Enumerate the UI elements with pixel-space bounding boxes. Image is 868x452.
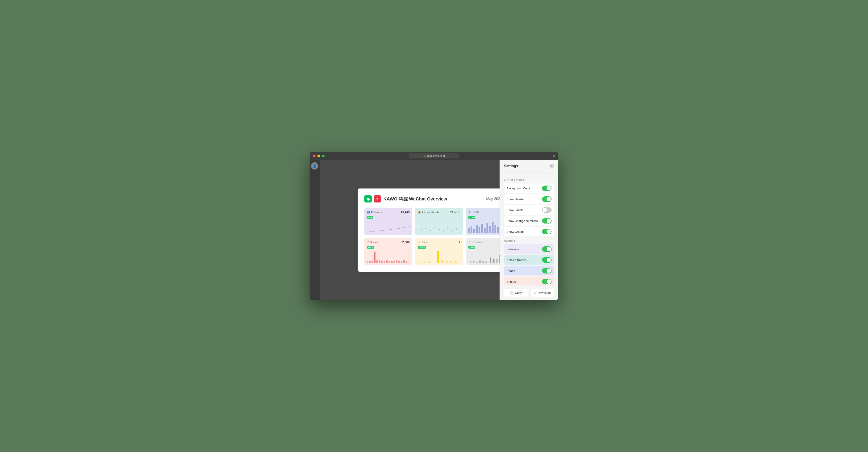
metric-card-followers: 👥 Followers 23,745 +1%	[364, 208, 412, 235]
svg-rect-42	[419, 262, 421, 263]
svg-rect-54	[482, 261, 484, 263]
followers-icon: 👥	[367, 211, 370, 214]
download-label: Download	[537, 291, 551, 294]
settings-row-show-change-numbers: Show Change Numbers	[504, 216, 554, 226]
close-button[interactable]	[313, 155, 315, 157]
articles-metric-toggle[interactable]	[542, 257, 552, 263]
svg-rect-47	[445, 261, 448, 263]
svg-rect-58	[496, 259, 498, 263]
graph-header: K KAWO 科握 WeChat Overview May 2021 (Dail…	[364, 195, 514, 202]
svg-point-6	[447, 227, 448, 229]
svg-rect-12	[476, 225, 477, 233]
svg-rect-28	[374, 252, 375, 263]
reads-label: 👁 Reads	[468, 211, 479, 213]
shares-label: ↗ Shares	[367, 240, 378, 244]
lock-icon: 🔒	[423, 155, 426, 157]
show-graphs-label: Show Graphs	[506, 230, 524, 233]
settings-row-reads: Reads	[504, 266, 554, 276]
copy-label: Copy	[515, 291, 522, 294]
minimize-button[interactable]	[317, 155, 320, 157]
show-graphs-toggle[interactable]	[542, 229, 552, 234]
svg-rect-41	[405, 261, 407, 263]
show-header-label: Show Header	[506, 197, 524, 201]
svg-rect-15	[484, 228, 486, 233]
show-labels-toggle[interactable]	[542, 207, 552, 213]
svg-rect-57	[493, 259, 495, 263]
show-change-numbers-label: Show Change Numbers	[506, 219, 538, 223]
metrics-label: METRICS	[504, 239, 554, 242]
titlebar: 🔒 app.kawo.com ↻	[310, 152, 558, 160]
svg-rect-32	[383, 261, 385, 263]
settings-row-background-color: Background Color	[504, 184, 554, 193]
url-bar[interactable]: 🔒 app.kawo.com	[409, 154, 459, 158]
svg-point-7	[452, 231, 453, 232]
avatar: 👤	[311, 162, 318, 169]
settings-body: GRAPH LAYOUT Background Color Show Heade…	[500, 172, 558, 285]
url-text: app.kawo.com	[427, 154, 445, 158]
followers-label: 👥 Followers	[367, 211, 382, 214]
followers-metric-toggle[interactable]	[542, 246, 552, 252]
settings-row-shares: Shares	[504, 277, 554, 285]
reload-button[interactable]: ↻	[553, 154, 555, 158]
svg-rect-52	[476, 262, 477, 263]
shares-metric-toggle[interactable]	[542, 279, 552, 284]
svg-rect-38	[398, 261, 400, 263]
svg-rect-36	[394, 261, 395, 263]
settings-close-button[interactable]: ×	[549, 164, 554, 169]
reads-metric-toggle[interactable]	[542, 268, 552, 273]
svg-rect-35	[391, 261, 393, 263]
settings-row-articles: Articles (Reach)	[504, 255, 554, 265]
svg-rect-27	[372, 261, 373, 263]
clicks-chart	[417, 251, 461, 263]
svg-rect-17	[489, 226, 491, 233]
show-labels-label: Show Labels	[506, 208, 523, 212]
svg-rect-26	[369, 261, 371, 263]
settings-row-show-labels: Show Labels	[504, 205, 554, 215]
settings-panel: Settings × GRAPH LAYOUT Background Color	[500, 160, 558, 300]
svg-rect-43	[423, 262, 426, 263]
svg-rect-13	[478, 227, 480, 233]
graph-title-area: K KAWO 科握 WeChat Overview	[364, 195, 447, 202]
maximize-button[interactable]	[322, 155, 324, 157]
browser-content: 👤 K KAWO 科握 WeChat	[310, 160, 558, 300]
settings-header: Settings ×	[500, 160, 558, 172]
copy-icon: 📋	[510, 291, 514, 294]
svg-rect-46	[441, 260, 443, 263]
svg-rect-10	[471, 226, 472, 233]
copy-button[interactable]: 📋 Copy	[504, 289, 528, 297]
followers-value: 23,745	[401, 211, 410, 214]
clicks-icon: ⚡	[418, 240, 421, 244]
metric-card-shares: ↗ Shares 2,068 +43%	[364, 238, 412, 265]
reads-metric-label: Reads	[506, 269, 515, 272]
followers-metric-label: Followers	[506, 248, 519, 251]
favorites-change: +64%	[468, 246, 475, 249]
graph-layout-label: GRAPH LAYOUT	[504, 179, 554, 181]
svg-rect-44	[428, 261, 430, 263]
svg-point-0	[421, 229, 422, 230]
wechat-icon	[364, 195, 372, 202]
svg-rect-11	[473, 229, 475, 233]
articles-value: 28 (13%)	[450, 211, 460, 214]
settings-footer: 📋 Copy ⬇ Download	[500, 285, 558, 300]
svg-rect-56	[490, 257, 491, 263]
download-button[interactable]: ⬇ Download	[530, 289, 555, 297]
background-color-toggle[interactable]	[542, 186, 552, 191]
svg-rect-19	[495, 225, 496, 233]
svg-point-1	[425, 228, 426, 229]
reads-icon: 👁	[468, 211, 471, 213]
svg-rect-39	[401, 261, 402, 263]
download-icon: ⬇	[534, 291, 536, 294]
articles-chart	[417, 221, 461, 233]
show-header-toggle[interactable]	[542, 196, 552, 202]
shares-icon: ↗	[367, 240, 369, 244]
shares-metric-label: Shares	[506, 280, 516, 283]
clicks-label: ⚡ Clicks	[418, 240, 428, 244]
svg-rect-18	[492, 222, 494, 233]
show-change-numbers-toggle[interactable]	[542, 218, 552, 224]
shares-change: +43%	[367, 246, 374, 249]
svg-point-3	[434, 227, 435, 228]
metric-card-clicks: ⚡ Clicks 9 +350%	[415, 238, 463, 265]
articles-metric-label: Articles (Reach)	[506, 258, 527, 262]
svg-rect-16	[487, 223, 488, 233]
svg-point-4	[438, 229, 440, 230]
